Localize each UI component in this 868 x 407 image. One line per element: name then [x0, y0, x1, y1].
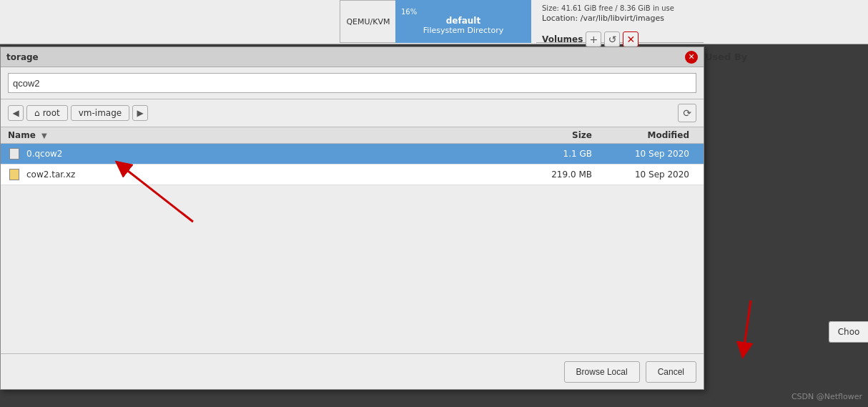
file-modified-tar: 10 Sep 2020	[603, 170, 696, 180]
dialog-title: torage	[6, 52, 39, 62]
default-type: Filesystem Directory	[423, 26, 503, 35]
file-icon-qcow2	[8, 147, 21, 160]
nav-vm-image-button[interactable]: vm-image	[71, 105, 130, 121]
delete-volume-button[interactable]: ✕	[623, 31, 638, 47]
file-icon-tar	[8, 168, 21, 181]
vm-image-label: vm-image	[79, 108, 122, 118]
default-name: default	[446, 16, 480, 26]
dialog-input-row	[1, 67, 704, 99]
close-button[interactable]: ✕	[685, 51, 698, 64]
col-modified-header: Modified	[603, 130, 696, 140]
dialog-titlebar: torage ✕	[1, 47, 704, 67]
back-icon: ◀	[12, 108, 19, 118]
dialog-footer: Browse Local Cancel	[1, 353, 704, 389]
default-pct: 16%	[395, 8, 417, 16]
nav-bar: ◀ ⌂ root vm-image ▶ ⟳	[1, 99, 704, 127]
filename-input[interactable]	[8, 73, 696, 93]
sort-icon: ▼	[41, 132, 47, 139]
home-icon: ⌂	[34, 108, 40, 118]
root-label: root	[43, 108, 60, 118]
nav-back-button[interactable]: ◀	[8, 105, 24, 121]
file-size-qcow2: 1.1 GB	[532, 149, 603, 159]
qemu-kvm-cell: QEMU/KVM	[340, 0, 397, 43]
file-name-qcow2: 0.qcow2	[26, 149, 532, 159]
cancel-button[interactable]: Cancel	[646, 361, 696, 383]
nav-root-button[interactable]: ⌂ root	[26, 105, 68, 121]
refresh-icon: ⟳	[683, 107, 691, 119]
choose-button[interactable]: Choo	[829, 321, 868, 343]
col-size-header: Size	[532, 130, 603, 140]
used-by-label: Used By	[705, 49, 862, 65]
add-volume-button[interactable]: +	[586, 31, 601, 47]
file-size-tar: 219.0 MB	[532, 170, 603, 180]
volumes-label: Volumes	[542, 34, 583, 44]
watermark: CSDN @Netflower	[791, 392, 862, 401]
location-text: Location: /var/lib/libvirt/images	[542, 14, 698, 23]
forward-icon: ▶	[137, 108, 144, 118]
nav-forward-button[interactable]: ▶	[132, 105, 148, 121]
default-cell[interactable]: 16% default Filesystem Directory	[395, 0, 531, 43]
qemu-kvm-label: QEMU/KVM	[346, 17, 390, 26]
file-list-header: Name ▼ Size Modified	[1, 127, 704, 144]
file-modified-qcow2: 10 Sep 2020	[603, 149, 696, 159]
col-name-header: Name ▼	[8, 130, 532, 140]
file-dialog: torage ✕ ◀ ⌂ root vm-image ▶ ⟳ Name ▼ Si…	[0, 46, 704, 390]
browse-local-button[interactable]: Browse Local	[564, 361, 640, 383]
nav-refresh-button[interactable]: ⟳	[678, 104, 696, 122]
file-name-tar: cow2.tar.xz	[26, 170, 532, 180]
refresh-volume-button[interactable]: ↺	[604, 31, 620, 47]
file-row-qcow2[interactable]: 0.qcow2 1.1 GB 10 Sep 2020	[1, 144, 704, 165]
size-text: Size: 41.61 GiB free / 8.36 GiB in use	[542, 4, 698, 12]
file-row-tar[interactable]: cow2.tar.xz 219.0 MB 10 Sep 2020	[1, 165, 704, 185]
